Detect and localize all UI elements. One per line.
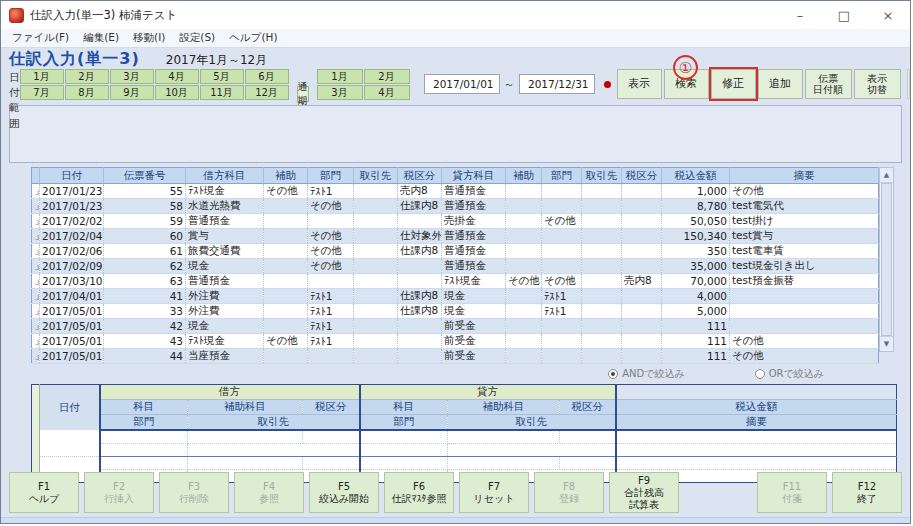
cell-ca: 普通預金 bbox=[442, 244, 506, 259]
fkey-f2-button[interactable]: F2行挿入 bbox=[84, 472, 154, 513]
fkey-f1-button[interactable]: F1ヘルプ bbox=[9, 472, 79, 513]
entry-cell[interactable] bbox=[100, 456, 188, 469]
cell-ct bbox=[622, 289, 662, 304]
fkey-f5-button[interactable]: F5絞込み開始 bbox=[309, 472, 379, 513]
date-to-input[interactable] bbox=[519, 74, 595, 94]
next-month-button-3月[interactable]: 3月 bbox=[317, 85, 363, 100]
menu-item-2[interactable]: 移動(I) bbox=[126, 31, 172, 45]
entry-debit-subsubject-header: 補助科目 bbox=[188, 400, 303, 415]
entry-date-cell[interactable] bbox=[40, 430, 100, 456]
cell-dd bbox=[308, 214, 354, 229]
vertical-scrollbar[interactable]: ▲ ▼ bbox=[879, 167, 894, 352]
fusen-up-button[interactable]: 付箋▲ bbox=[909, 71, 911, 97]
cell-dd: ﾃｽﾄ1 bbox=[308, 184, 354, 199]
display-button[interactable]: 表示 bbox=[617, 69, 662, 99]
fkey-f8-button[interactable]: F8登録 bbox=[534, 472, 604, 513]
entry-cell[interactable] bbox=[360, 456, 448, 469]
table-row[interactable]: 」2017/03/1063普通預金ﾃｽﾄ現金その他その他売内870,000tes… bbox=[32, 274, 879, 289]
table-row[interactable]: 」2017/02/0962現金その他普通預金35,000test現金引き出し bbox=[32, 259, 879, 274]
page-period: 2017年1月～12月 bbox=[166, 52, 267, 69]
table-row[interactable]: 」2017/01/2355ﾃｽﾄ現金その他ﾃｽﾄ1売内8普通預金1,000その他 bbox=[32, 184, 879, 199]
next-month-button-4月[interactable]: 4月 bbox=[364, 85, 410, 100]
month-button-7月[interactable]: 7月 bbox=[20, 85, 64, 100]
month-button-2月[interactable]: 2月 bbox=[65, 69, 109, 84]
fkey-f9-button[interactable]: F9合計残高 試算表 bbox=[609, 472, 679, 513]
cell-d: 2017/01/23 bbox=[40, 199, 104, 214]
month-button-9月[interactable]: 9月 bbox=[110, 85, 154, 100]
month-button-1月[interactable]: 1月 bbox=[20, 69, 64, 84]
entry-cell[interactable] bbox=[303, 456, 360, 469]
entry-cell[interactable] bbox=[560, 430, 616, 443]
month-button-3月[interactable]: 3月 bbox=[110, 69, 154, 84]
fkey-f6-button[interactable]: F6仕訳ﾏｽﾀ参照 bbox=[384, 472, 454, 513]
month-button-6月[interactable]: 6月 bbox=[245, 69, 289, 84]
entry-cell[interactable] bbox=[360, 443, 448, 456]
entry-cell[interactable] bbox=[448, 443, 616, 456]
month-button-8月[interactable]: 8月 bbox=[65, 85, 109, 100]
voucher-date-order-button[interactable]: 伝票 日付順 bbox=[805, 69, 852, 99]
column-header-2: 借方科目 bbox=[186, 168, 264, 184]
scroll-up-icon[interactable]: ▲ bbox=[880, 168, 893, 183]
entry-cell[interactable] bbox=[303, 430, 360, 443]
menu-item-0[interactable]: ファイル(F) bbox=[5, 31, 76, 45]
function-key-bar: F1ヘルプF2行挿入F3行削除F4参照F5絞込み開始F6仕訳ﾏｽﾀ参照F7リセッ… bbox=[9, 472, 902, 513]
menu-item-4[interactable]: ヘルプ(H) bbox=[222, 31, 284, 45]
fkey-f3-button[interactable]: F3行削除 bbox=[159, 472, 229, 513]
month-button-5月[interactable]: 5月 bbox=[200, 69, 244, 84]
entry-cell[interactable] bbox=[616, 443, 897, 456]
cell-no: 58 bbox=[104, 199, 186, 214]
date-from-input[interactable] bbox=[424, 74, 500, 94]
entry-cell[interactable] bbox=[188, 443, 360, 456]
display-switch-button[interactable]: 表示 切替 bbox=[854, 69, 901, 99]
cell-cp bbox=[582, 199, 622, 214]
next-month-button-2月[interactable]: 2月 bbox=[364, 69, 410, 84]
table-row[interactable]: 」2017/02/0259普通預金売掛金その他50,050test掛け bbox=[32, 214, 879, 229]
table-row[interactable]: 」2017/05/0142現金ﾃｽﾄ1前受金111 bbox=[32, 319, 879, 334]
cell-dt bbox=[398, 334, 442, 349]
month-button-11月[interactable]: 11月 bbox=[200, 85, 244, 100]
scrollbar-thumb[interactable] bbox=[881, 183, 892, 336]
table-row[interactable]: 」2017/05/0143ﾃｽﾄ現金その他ﾃｽﾄ1前受金111その他 bbox=[32, 334, 879, 349]
table-row[interactable]: 」2017/02/0661旅費交通費その他仕課内8普通預金350test電車賃 bbox=[32, 244, 879, 259]
month-button-10月[interactable]: 10月 bbox=[155, 85, 199, 100]
menu-item-1[interactable]: 編集(E) bbox=[76, 31, 126, 45]
entry-cell[interactable] bbox=[188, 456, 303, 469]
table-row[interactable]: 」2017/01/2358水道光熱費その他仕課内8普通預金8,780test電気… bbox=[32, 199, 879, 214]
add-button[interactable]: 追加 bbox=[758, 69, 803, 99]
entry-cell[interactable] bbox=[100, 430, 188, 443]
fkey-f4-button[interactable]: F4参照 bbox=[234, 472, 304, 513]
fkey-label-text: 仕訳ﾏｽﾀ参照 bbox=[392, 493, 447, 505]
modify-button[interactable]: 修正 bbox=[711, 69, 756, 99]
entry-cell[interactable] bbox=[560, 456, 616, 469]
fkey-label-text: 行挿入 bbox=[104, 493, 134, 505]
close-button[interactable]: × bbox=[866, 1, 910, 29]
entry-memo-header: 摘要 bbox=[616, 415, 897, 431]
entry-cell[interactable] bbox=[616, 430, 897, 443]
table-row[interactable]: 」2017/05/0133外注費ﾃｽﾄ1仕課内8現金ﾃｽﾄ15,000 bbox=[32, 304, 879, 319]
cell-ct bbox=[622, 319, 662, 334]
entry-cell[interactable] bbox=[360, 430, 448, 443]
entry-cell[interactable] bbox=[448, 456, 560, 469]
column-header-7: 貸方科目 bbox=[442, 168, 506, 184]
month-button-12月[interactable]: 12月 bbox=[245, 85, 289, 100]
fkey-f12-button[interactable]: F12終了 bbox=[832, 472, 902, 513]
entry-cell[interactable] bbox=[100, 443, 188, 456]
fkey-f7-button[interactable]: F7リセット bbox=[459, 472, 529, 513]
cell-da: 普通預金 bbox=[186, 214, 264, 229]
scroll-down-icon[interactable]: ▼ bbox=[880, 336, 893, 351]
month-button-4月[interactable]: 4月 bbox=[155, 69, 199, 84]
next-month-button-1月[interactable]: 1月 bbox=[317, 69, 363, 84]
radio-or-filter[interactable]: ORで絞込み bbox=[755, 367, 824, 381]
table-row[interactable]: 」2017/02/0460賞与その他仕対象外普通預金150,340test賞与 bbox=[32, 229, 879, 244]
maximize-button[interactable]: □ bbox=[822, 1, 866, 29]
entry-cell[interactable] bbox=[616, 456, 897, 469]
minimize-button[interactable]: – bbox=[778, 1, 822, 29]
table-row[interactable]: 」2017/05/0144当座預金前受金111その他 bbox=[32, 349, 879, 364]
entry-cell[interactable] bbox=[448, 430, 560, 443]
menu-item-3[interactable]: 設定(S) bbox=[172, 31, 222, 45]
entry-cell[interactable] bbox=[188, 430, 303, 443]
full-period-button[interactable]: 通期 bbox=[297, 86, 309, 102]
fkey-f11-button[interactable]: F11付箋 bbox=[757, 472, 827, 513]
table-row[interactable]: 」2017/04/0141外注費ﾃｽﾄ1仕課内8現金ﾃｽﾄ14,000 bbox=[32, 289, 879, 304]
radio-and-filter[interactable]: ANDで絞込み bbox=[608, 367, 685, 381]
